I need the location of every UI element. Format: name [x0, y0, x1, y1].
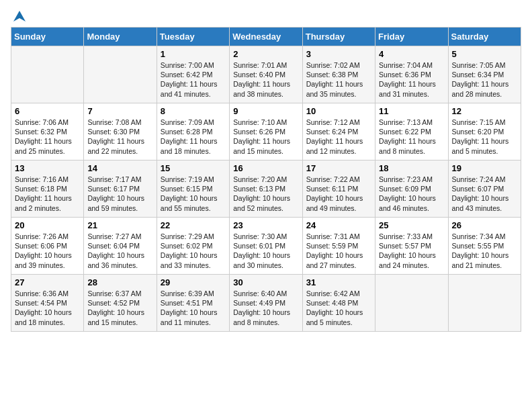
calendar-cell: 18Sunrise: 7:23 AM Sunset: 6:09 PM Dayli… [375, 161, 448, 218]
day-number: 8 [161, 106, 226, 116]
day-number: 17 [306, 163, 371, 173]
calendar-cell: 5Sunrise: 7:05 AM Sunset: 6:34 PM Daylig… [448, 46, 521, 103]
calendar-cell [11, 46, 84, 103]
calendar-cell: 20Sunrise: 7:26 AM Sunset: 6:06 PM Dayli… [11, 218, 84, 275]
header-sunday: Sunday [11, 28, 84, 46]
header-thursday: Thursday [302, 28, 375, 46]
day-number: 12 [452, 106, 517, 116]
calendar-cell: 10Sunrise: 7:12 AM Sunset: 6:24 PM Dayli… [302, 103, 375, 161]
day-info: Sunrise: 7:26 AM Sunset: 6:06 PM Dayligh… [15, 232, 80, 270]
day-info: Sunrise: 7:22 AM Sunset: 6:11 PM Dayligh… [306, 175, 371, 213]
day-info: Sunrise: 7:04 AM Sunset: 6:36 PM Dayligh… [379, 60, 444, 99]
calendar-cell: 21Sunrise: 7:27 AM Sunset: 6:04 PM Dayli… [84, 218, 157, 275]
day-info: Sunrise: 7:24 AM Sunset: 6:07 PM Dayligh… [452, 175, 517, 213]
day-number: 2 [233, 49, 298, 59]
day-number: 9 [233, 106, 298, 116]
day-number: 24 [306, 220, 371, 230]
day-number: 23 [233, 220, 298, 230]
calendar-cell: 17Sunrise: 7:22 AM Sunset: 6:11 PM Dayli… [302, 161, 375, 218]
day-info: Sunrise: 7:09 AM Sunset: 6:28 PM Dayligh… [161, 118, 226, 156]
day-number: 1 [161, 49, 226, 59]
day-info: Sunrise: 7:15 AM Sunset: 6:20 PM Dayligh… [452, 118, 517, 156]
logo [11, 11, 27, 21]
calendar-cell: 28Sunrise: 6:37 AM Sunset: 4:52 PM Dayli… [84, 275, 157, 332]
day-info: Sunrise: 7:01 AM Sunset: 6:40 PM Dayligh… [233, 60, 298, 99]
day-info: Sunrise: 7:02 AM Sunset: 6:38 PM Dayligh… [306, 60, 371, 99]
day-info: Sunrise: 7:27 AM Sunset: 6:04 PM Dayligh… [87, 232, 152, 270]
day-number: 28 [87, 277, 152, 287]
calendar-cell: 30Sunrise: 6:40 AM Sunset: 4:49 PM Dayli… [230, 275, 302, 332]
calendar-cell: 8Sunrise: 7:09 AM Sunset: 6:28 PM Daylig… [157, 103, 229, 161]
calendar-cell: 23Sunrise: 7:30 AM Sunset: 6:01 PM Dayli… [230, 218, 302, 275]
day-number: 4 [379, 49, 444, 59]
day-number: 16 [233, 163, 298, 173]
day-info: Sunrise: 6:36 AM Sunset: 4:54 PM Dayligh… [15, 289, 80, 327]
day-info: Sunrise: 6:40 AM Sunset: 4:49 PM Dayligh… [233, 289, 298, 327]
day-number: 11 [379, 106, 444, 116]
calendar-cell: 7Sunrise: 7:08 AM Sunset: 6:30 PM Daylig… [84, 103, 157, 161]
day-number: 22 [161, 220, 226, 230]
calendar-cell: 6Sunrise: 7:06 AM Sunset: 6:32 PM Daylig… [11, 103, 84, 161]
day-number: 7 [87, 106, 152, 116]
day-info: Sunrise: 6:37 AM Sunset: 4:52 PM Dayligh… [87, 289, 152, 327]
calendar-cell: 2Sunrise: 7:01 AM Sunset: 6:40 PM Daylig… [230, 46, 302, 103]
calendar-cell: 16Sunrise: 7:20 AM Sunset: 6:13 PM Dayli… [230, 161, 302, 218]
calendar-cell [84, 46, 157, 103]
calendar-cell: 13Sunrise: 7:16 AM Sunset: 6:18 PM Dayli… [11, 161, 84, 218]
logo-bird-icon [12, 9, 27, 24]
day-info: Sunrise: 7:08 AM Sunset: 6:30 PM Dayligh… [87, 118, 152, 156]
day-number: 14 [87, 163, 152, 173]
day-number: 18 [379, 163, 444, 173]
week-row-2: 6Sunrise: 7:06 AM Sunset: 6:32 PM Daylig… [11, 103, 521, 161]
calendar-cell: 26Sunrise: 7:34 AM Sunset: 5:55 PM Dayli… [448, 218, 521, 275]
calendar-cell: 12Sunrise: 7:15 AM Sunset: 6:20 PM Dayli… [448, 103, 521, 161]
calendar-cell: 19Sunrise: 7:24 AM Sunset: 6:07 PM Dayli… [448, 161, 521, 218]
calendar-cell: 1Sunrise: 7:00 AM Sunset: 6:42 PM Daylig… [157, 46, 229, 103]
day-info: Sunrise: 6:42 AM Sunset: 4:48 PM Dayligh… [306, 289, 371, 327]
calendar-cell: 14Sunrise: 7:17 AM Sunset: 6:17 PM Dayli… [84, 161, 157, 218]
calendar-cell: 3Sunrise: 7:02 AM Sunset: 6:38 PM Daylig… [302, 46, 375, 103]
day-info: Sunrise: 7:19 AM Sunset: 6:15 PM Dayligh… [161, 175, 226, 213]
header-friday: Friday [375, 28, 448, 46]
day-info: Sunrise: 7:29 AM Sunset: 6:02 PM Dayligh… [161, 232, 226, 270]
day-info: Sunrise: 7:16 AM Sunset: 6:18 PM Dayligh… [15, 175, 80, 213]
day-info: Sunrise: 7:23 AM Sunset: 6:09 PM Dayligh… [379, 175, 444, 213]
week-row-1: 1Sunrise: 7:00 AM Sunset: 6:42 PM Daylig… [11, 46, 521, 103]
header-tuesday: Tuesday [157, 28, 229, 46]
header-monday: Monday [84, 28, 157, 46]
day-info: Sunrise: 7:10 AM Sunset: 6:26 PM Dayligh… [233, 118, 298, 156]
calendar-cell: 4Sunrise: 7:04 AM Sunset: 6:36 PM Daylig… [375, 46, 448, 103]
day-number: 29 [161, 277, 226, 287]
header-row: SundayMondayTuesdayWednesdayThursdayFrid… [11, 28, 521, 46]
week-row-5: 27Sunrise: 6:36 AM Sunset: 4:54 PM Dayli… [11, 275, 521, 332]
day-number: 31 [306, 277, 371, 287]
calendar-cell: 25Sunrise: 7:33 AM Sunset: 5:57 PM Dayli… [375, 218, 448, 275]
day-info: Sunrise: 7:33 AM Sunset: 5:57 PM Dayligh… [379, 232, 444, 270]
day-info: Sunrise: 7:17 AM Sunset: 6:17 PM Dayligh… [87, 175, 152, 213]
day-number: 13 [15, 163, 80, 173]
day-number: 26 [452, 220, 517, 230]
day-info: Sunrise: 7:13 AM Sunset: 6:22 PM Dayligh… [379, 118, 444, 156]
calendar-cell [448, 275, 521, 332]
calendar-cell: 11Sunrise: 7:13 AM Sunset: 6:22 PM Dayli… [375, 103, 448, 161]
calendar-cell: 24Sunrise: 7:31 AM Sunset: 5:59 PM Dayli… [302, 218, 375, 275]
day-info: Sunrise: 7:12 AM Sunset: 6:24 PM Dayligh… [306, 118, 371, 156]
day-info: Sunrise: 7:05 AM Sunset: 6:34 PM Dayligh… [452, 60, 517, 99]
svg-marker-0 [13, 11, 26, 21]
calendar-cell: 22Sunrise: 7:29 AM Sunset: 6:02 PM Dayli… [157, 218, 229, 275]
day-info: Sunrise: 7:34 AM Sunset: 5:55 PM Dayligh… [452, 232, 517, 270]
header-wednesday: Wednesday [230, 28, 302, 46]
calendar-cell: 9Sunrise: 7:10 AM Sunset: 6:26 PM Daylig… [230, 103, 302, 161]
day-number: 21 [87, 220, 152, 230]
week-row-3: 13Sunrise: 7:16 AM Sunset: 6:18 PM Dayli… [11, 161, 521, 218]
day-info: Sunrise: 6:39 AM Sunset: 4:51 PM Dayligh… [161, 289, 226, 327]
day-number: 20 [15, 220, 80, 230]
day-info: Sunrise: 7:30 AM Sunset: 6:01 PM Dayligh… [233, 232, 298, 270]
day-number: 5 [452, 49, 517, 59]
day-info: Sunrise: 7:00 AM Sunset: 6:42 PM Dayligh… [161, 60, 226, 99]
calendar-cell [375, 275, 448, 332]
calendar-cell: 29Sunrise: 6:39 AM Sunset: 4:51 PM Dayli… [157, 275, 229, 332]
day-number: 10 [306, 106, 371, 116]
header-saturday: Saturday [448, 28, 521, 46]
calendar-cell: 15Sunrise: 7:19 AM Sunset: 6:15 PM Dayli… [157, 161, 229, 218]
